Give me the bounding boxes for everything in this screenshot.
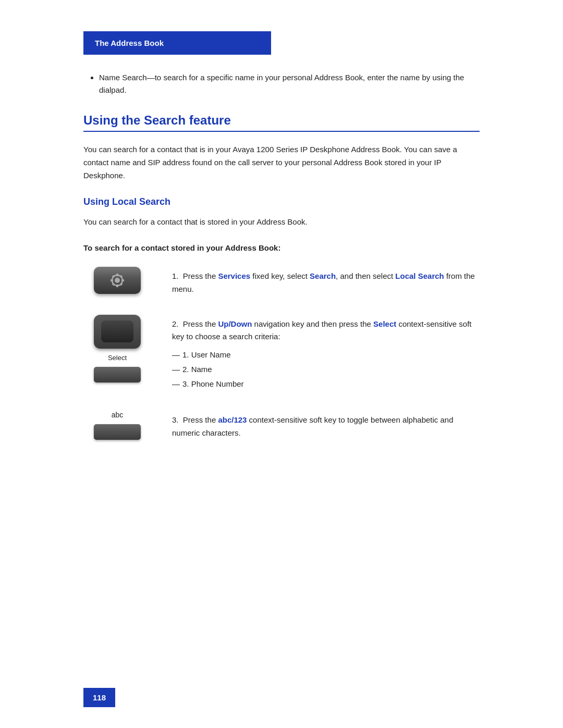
step-1-search: Search — [310, 272, 336, 280]
step-1-image-col — [83, 267, 151, 294]
services-key-image — [94, 267, 141, 294]
step-2-number: 2. — [172, 319, 181, 328]
header-bar: The Address Book — [83, 31, 271, 55]
intro-bullet-item: Name Search—to search for a specific nam… — [99, 71, 480, 96]
step-1-text-part-1: Press the — [183, 272, 218, 280]
step-1-services: Services — [218, 272, 250, 280]
search-criteria-list: 1. User Name 2. Name 3. Phone Number — [172, 349, 480, 390]
step-3-number: 3. — [172, 415, 181, 424]
step-2-updown: Up/Down — [218, 319, 252, 328]
step-1-local-search: Local Search — [395, 272, 444, 280]
intro-bullet-list: Name Search—to search for a specific nam… — [83, 71, 480, 96]
svg-rect-2 — [116, 274, 118, 276]
step-2-text-part-2: navigation key and then press the — [252, 319, 373, 328]
step-3-abc123: abc/123 — [218, 415, 247, 424]
step-3-text-part-1: Press the — [183, 415, 218, 424]
svg-rect-4 — [111, 279, 113, 281]
step-1-text-part-2: fixed key, select — [250, 272, 310, 280]
step-1-number: 1. — [172, 272, 181, 280]
nav-key-image — [94, 315, 141, 349]
step-2-text: 2. Press the Up/Down navigation key and … — [172, 315, 480, 392]
page-badge: 118 — [83, 688, 115, 707]
criteria-2: 2. Name — [172, 363, 480, 376]
svg-rect-5 — [121, 279, 124, 281]
step-row-2: Select 2. Press the Up/Down navigation k… — [83, 315, 480, 392]
step-2-select: Select — [373, 319, 396, 328]
svg-rect-3 — [116, 285, 118, 287]
search-feature-body: You can search for a contact that is in … — [83, 143, 480, 182]
step-3-text: 3. Press the abc/123 context-sensitive s… — [172, 411, 480, 440]
step-1-text: 1. Press the Services fixed key, select … — [172, 267, 480, 296]
nav-key-inner — [101, 320, 133, 342]
select-label: Select — [108, 354, 127, 362]
services-icon — [108, 271, 127, 290]
step-row-3: abc 3. Press the abc/123 context-sensiti… — [83, 411, 480, 440]
svg-point-1 — [115, 278, 120, 283]
step-2-image-col: Select — [83, 315, 151, 382]
step-3-image-col: abc — [83, 411, 151, 440]
bold-instruction: To search for a contact stored in your A… — [83, 243, 480, 252]
sub-heading-local-search: Using Local Search — [83, 196, 480, 207]
criteria-1: 1. User Name — [172, 349, 480, 362]
abc-label: abc — [112, 411, 124, 419]
select-soft-key-image — [94, 367, 141, 382]
page-container: The Address Book Name Search—to search f… — [0, 0, 563, 728]
step-row-1: 1. Press the Services fixed key, select … — [83, 267, 480, 296]
step-1-text-part-3: , and then select — [336, 272, 395, 280]
criteria-3: 3. Phone Number — [172, 378, 480, 391]
header-title: The Address Book — [95, 39, 164, 47]
step-2-text-part-1: Press the — [183, 319, 218, 328]
section-heading-search-feature: Using the Search feature — [83, 113, 480, 132]
local-search-intro: You can search for a contact that is sto… — [83, 216, 480, 229]
abc-soft-key-image — [94, 424, 141, 440]
